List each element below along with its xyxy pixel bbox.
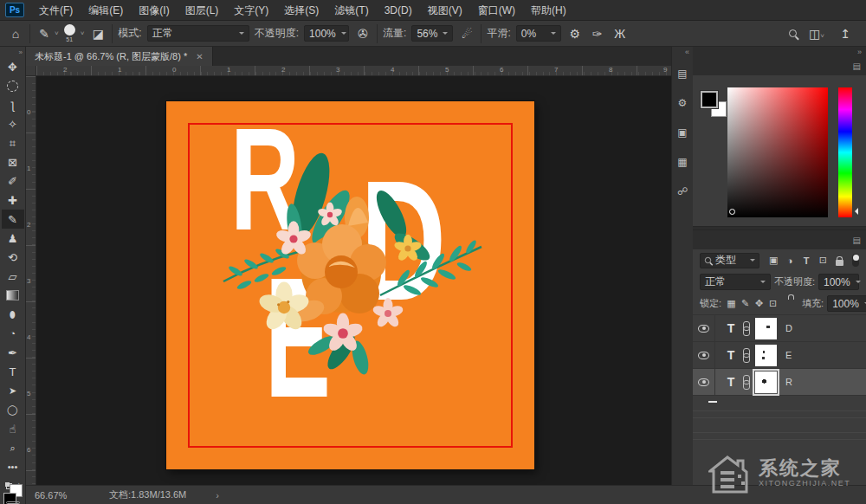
menu-item[interactable]: 窗口(W)	[470, 0, 523, 21]
brush-tool[interactable]: ✎	[2, 210, 24, 229]
layer-opacity-dropdown[interactable]: 100%	[818, 274, 859, 290]
lock-pixels-icon[interactable]: ✎	[739, 298, 752, 309]
crop-tool[interactable]: ⌗	[2, 133, 24, 152]
layer-name[interactable]: D	[785, 323, 792, 333]
path-select-tool[interactable]: ➤	[2, 381, 24, 400]
pressure-opacity-icon[interactable]: ✇	[354, 27, 372, 41]
lock-position-icon[interactable]: ✥	[753, 298, 766, 309]
blend-mode-dropdown[interactable]: 正常	[147, 25, 249, 42]
hue-slider[interactable]	[838, 87, 852, 217]
panel-menu-icon[interactable]: ▤	[848, 57, 866, 75]
flow-dropdown[interactable]: 56%	[411, 25, 453, 42]
menu-item[interactable]: 选择(S)	[276, 0, 326, 21]
zoom-level-field[interactable]: 66.67%	[35, 490, 80, 501]
opacity-dropdown[interactable]: 100%	[304, 25, 349, 42]
chevron-down-icon[interactable]: ˅	[81, 29, 85, 37]
menu-item[interactable]: 图层(L)	[178, 0, 227, 21]
menu-item[interactable]: 文件(F)	[31, 0, 81, 21]
layer-mask-thumbnail[interactable]	[755, 318, 777, 339]
filter-image-icon[interactable]: ▣	[766, 253, 781, 268]
move-tool[interactable]: ✥	[2, 57, 24, 76]
layer-thumbnail[interactable]: T	[722, 321, 740, 335]
menu-item[interactable]: 3D(D)	[377, 0, 420, 21]
eraser-tool[interactable]: ▱	[2, 267, 24, 286]
R[interactable]: T R	[693, 369, 866, 396]
document-canvas[interactable]: R D E	[166, 101, 534, 469]
smoothing-gear-icon[interactable]: ⚙	[566, 27, 584, 41]
panel-menu-icon[interactable]: ▤	[848, 231, 866, 249]
layer-mask-thumbnail[interactable]	[755, 372, 777, 393]
pressure-size-icon[interactable]: ✑	[589, 27, 606, 41]
status-chevron-icon[interactable]: ›	[216, 490, 219, 501]
edit-toolbar-button[interactable]: •••	[2, 457, 24, 476]
marquee-tool[interactable]	[2, 76, 24, 95]
healing-brush-tool[interactable]: ✚	[2, 191, 24, 210]
shape-tool[interactable]: ◯	[2, 400, 24, 419]
layer-blend-mode-dropdown[interactable]: 正常	[700, 274, 771, 290]
layer-thumbnail[interactable]: T	[722, 375, 740, 389]
airbrush-icon[interactable]: ☄	[458, 27, 475, 41]
layer-name[interactable]: E	[785, 350, 792, 360]
dodge-tool[interactable]: ◔	[2, 324, 24, 343]
vertical-ruler[interactable]: 01234567	[26, 76, 36, 485]
menu-item[interactable]: 文字(Y)	[226, 0, 276, 21]
lock-transparent-icon[interactable]: ▦	[725, 298, 738, 309]
filter-shape-icon[interactable]: ⊡	[816, 253, 830, 268]
brush-preset-picker[interactable]: 51	[64, 24, 75, 42]
learn-panel-icon[interactable]: ☍	[674, 180, 692, 203]
menu-item[interactable]: 帮助(H)	[523, 0, 574, 21]
brush-settings-panel-toggle-icon[interactable]: ◪	[89, 27, 107, 41]
lasso-tool[interactable]: ƪ	[2, 95, 24, 114]
gradient-tool[interactable]	[2, 286, 24, 305]
libraries-panel-icon[interactable]: ▣	[674, 121, 692, 144]
visibility-toggle[interactable]	[693, 315, 715, 341]
zoom-tool[interactable]: ⌕	[2, 438, 24, 457]
menu-item[interactable]: 编辑(E)	[81, 0, 131, 21]
hand-tool[interactable]: ☝	[2, 419, 24, 438]
adjustments-panel-icon[interactable]: ▦	[674, 151, 692, 173]
layer-name[interactable]: R	[785, 377, 792, 387]
filter-adjustment-icon[interactable]: ◑	[783, 253, 798, 268]
visibility-toggle[interactable]	[693, 342, 715, 368]
color-saturation-field[interactable]	[727, 87, 828, 217]
color-fg-bg-swatch[interactable]	[701, 91, 727, 117]
properties-panel-icon[interactable]: ⚙	[674, 92, 692, 114]
filter-type-icon[interactable]: T	[799, 253, 814, 268]
layer-filter-dropdown[interactable]: 类型	[700, 253, 759, 268]
canvas-viewport[interactable]: R D E	[36, 76, 671, 485]
frame-tool[interactable]: ⊠	[2, 152, 24, 171]
foreground-background-colors[interactable]	[2, 493, 24, 497]
visibility-toggle[interactable]	[693, 369, 715, 395]
clone-stamp-tool[interactable]: ♟	[2, 229, 24, 248]
type-tool[interactable]: T	[2, 362, 24, 381]
horizontal-ruler[interactable]: 210123456789	[36, 66, 671, 76]
workspace-switcher[interactable]: ◫˅	[809, 27, 824, 41]
current-tool-button[interactable]: ✎ ˅	[36, 27, 59, 41]
D[interactable]: T D	[693, 315, 866, 342]
lock-artboard-icon[interactable]: ⊡	[766, 298, 779, 309]
menu-item[interactable]: 滤镜(T)	[326, 0, 376, 21]
layer-mask-thumbnail[interactable]	[755, 345, 777, 366]
panel-expand-icon[interactable]: »	[857, 48, 866, 56]
smoothing-dropdown[interactable]: 0%	[516, 25, 561, 42]
filter-toggle[interactable]	[852, 254, 859, 267]
filter-smart-object-icon[interactable]	[832, 253, 847, 268]
close-tab-icon[interactable]: ✕	[196, 52, 203, 61]
search-icon[interactable]	[789, 29, 797, 37]
eyedropper-tool[interactable]: ✐	[2, 171, 24, 191]
home-icon[interactable]: ⌂	[7, 27, 24, 41]
history-panel-icon[interactable]: ▤	[674, 62, 692, 85]
document-tab[interactable]: 未标题-1 @ 66.7% (R, 图层蒙版/8) * ✕	[26, 47, 213, 66]
E[interactable]: T E	[693, 342, 866, 369]
history-brush-tool[interactable]: ⟲	[2, 248, 24, 267]
layer-thumbnail[interactable]: T	[722, 348, 740, 362]
layer-fill-dropdown[interactable]: 100%	[827, 295, 866, 312]
hue-slider-arrow[interactable]	[851, 208, 858, 215]
foreground-color-swatch[interactable]	[701, 91, 718, 108]
pen-tool[interactable]: ✒	[2, 343, 24, 362]
color-cursor[interactable]	[729, 209, 735, 215]
menu-item[interactable]: 图像(I)	[131, 0, 177, 21]
menu-item[interactable]: 视图(V)	[420, 0, 470, 21]
share-icon[interactable]: ↥	[837, 27, 854, 41]
quick-select-tool[interactable]: ✧	[2, 114, 24, 133]
